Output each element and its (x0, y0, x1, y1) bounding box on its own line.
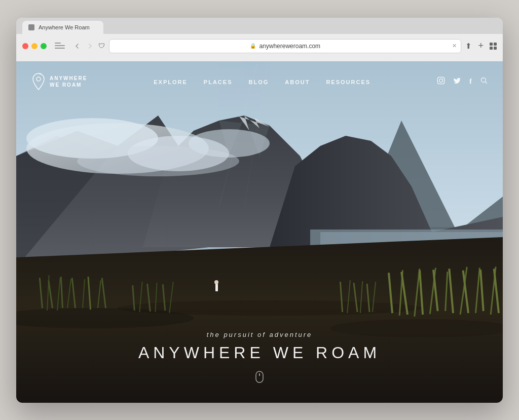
logo-text: ANYWHERE WE ROAM (50, 75, 87, 88)
site-logo[interactable]: ANYWHERE WE ROAM (31, 72, 87, 91)
website-content: ANYWHERE WE ROAM EXPLORE PLACES BLOG ABO… (16, 61, 503, 403)
browser-titlebar: 🛡 🔒 anywhereweroam.com ✕ ⬆ + (22, 39, 497, 53)
logo-pin-icon (31, 72, 46, 91)
nav-link-places[interactable]: PLACES (204, 79, 233, 85)
nav-item-blog[interactable]: BLOG (248, 77, 269, 86)
browser-window: Anywhere We Roam (16, 18, 503, 403)
nav-link-explore[interactable]: EXPLORE (154, 79, 188, 85)
sidebar-toggle[interactable] (55, 43, 65, 50)
hero-text-container: the pursuit of adventure ANYWHERE WE ROA… (16, 331, 503, 362)
address-bar[interactable]: 🔒 anywhereweroam.com ✕ (109, 39, 461, 53)
facebook-icon[interactable]: f (469, 77, 472, 86)
hero-tagline: the pursuit of adventure (16, 331, 503, 338)
svg-line-67 (485, 82, 487, 83)
instagram-icon[interactable] (437, 77, 445, 86)
svg-point-18 (118, 300, 422, 316)
tab-bar: Anywhere We Roam (16, 18, 503, 34)
svg-point-59 (214, 280, 218, 284)
svg-rect-69 (259, 373, 260, 376)
twitter-icon[interactable] (453, 77, 461, 87)
nav-item-resources[interactable]: RESOURCES (326, 77, 370, 86)
svg-rect-58 (215, 284, 218, 291)
address-bar-container: 🛡 🔒 anywhereweroam.com ✕ (98, 39, 461, 53)
svg-rect-63 (437, 77, 444, 84)
nav-link-about[interactable]: ABOUT (285, 79, 310, 85)
nav-item-places[interactable]: PLACES (204, 77, 233, 86)
browser-right-controls: ⬆ + (465, 41, 497, 51)
svg-point-64 (439, 79, 443, 83)
social-links: f (437, 77, 488, 87)
close-button[interactable] (22, 43, 28, 49)
main-navigation: EXPLORE PLACES BLOG ABOUT RESOURCES (87, 77, 437, 86)
svg-point-65 (442, 79, 443, 79)
browser-tab[interactable]: Anywhere We Roam (22, 21, 103, 34)
svg-point-62 (36, 77, 41, 81)
nav-item-explore[interactable]: EXPLORE (154, 77, 188, 86)
url-text: anywhereweroam.com (259, 43, 320, 50)
browser-nav-controls (73, 42, 94, 50)
clear-address-button[interactable]: ✕ (452, 43, 457, 49)
browser-chrome: 🛡 🔒 anywhereweroam.com ✕ ⬆ + (16, 34, 503, 61)
lock-icon: 🔒 (250, 43, 256, 49)
search-icon[interactable] (480, 77, 488, 86)
minimize-button[interactable] (31, 43, 38, 49)
hero-title: ANYWHERE WE ROAM (16, 343, 503, 362)
svg-point-12 (77, 146, 239, 176)
forward-button[interactable] (86, 42, 94, 50)
fullscreen-button[interactable] (41, 43, 47, 49)
tab-favicon (28, 24, 34, 30)
traffic-lights (22, 43, 47, 49)
site-navigation: ANYWHERE WE ROAM EXPLORE PLACES BLOG ABO… (16, 61, 503, 102)
tab-label: Anywhere We Roam (39, 24, 90, 30)
svg-rect-68 (256, 371, 263, 383)
nav-item-about[interactable]: ABOUT (285, 77, 310, 86)
nav-link-resources[interactable]: RESOURCES (326, 79, 370, 85)
svg-point-66 (481, 78, 486, 83)
security-icon: 🛡 (98, 42, 105, 50)
scroll-indicator (254, 370, 265, 388)
share-icon[interactable]: ⬆ (465, 42, 472, 51)
back-button[interactable] (73, 42, 81, 50)
new-tab-icon[interactable]: + (478, 41, 484, 51)
nav-link-blog[interactable]: BLOG (248, 79, 269, 85)
extensions-icon[interactable] (490, 43, 497, 50)
